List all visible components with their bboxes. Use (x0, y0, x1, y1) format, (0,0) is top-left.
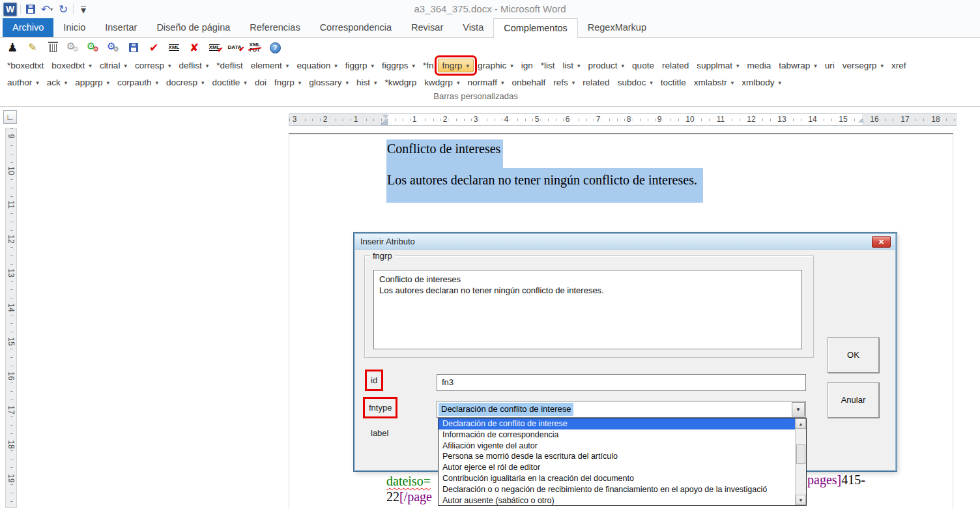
fntype-option[interactable]: Declaración o o negación de recibimiento… (439, 484, 806, 495)
toolbar-button-fngrp[interactable]: fngrp▾ (438, 59, 474, 72)
tab-revisar[interactable]: Revisar (401, 18, 453, 37)
tab-vista[interactable]: Vista (453, 18, 493, 37)
fntype-option[interactable]: Contribución igualitaria en la creación … (439, 473, 806, 484)
toolbar-button-fn[interactable]: *fn (419, 59, 438, 72)
toolbar-button-toctitle[interactable]: toctitle (657, 76, 690, 89)
toolbar-button-doctitle[interactable]: doctitle▾ (209, 76, 251, 89)
toolbar-button-docresp[interactable]: docresp▾ (162, 76, 209, 89)
xml-icon[interactable]: XML (167, 40, 181, 55)
toolbar-button-glossary[interactable]: glossary▾ (305, 76, 353, 89)
pencil-icon[interactable]: ✎ (25, 40, 40, 55)
toolbar-button-boxedtxt[interactable]: boxedtxt▾ (48, 59, 96, 72)
close-icon[interactable]: ✕ (872, 236, 891, 248)
gears-gray-icon[interactable]: ⚙⚙ (66, 40, 80, 55)
xml-check-icon[interactable]: XML✔ (207, 40, 222, 55)
ok-button[interactable]: OK (828, 337, 879, 373)
tab-complementos[interactable]: Complementos (493, 18, 578, 38)
word-logo[interactable]: W (3, 2, 17, 16)
fngrp-content-textarea[interactable]: Conflicto de interesesLos autores declar… (373, 270, 802, 349)
fntype-option[interactable]: Autor ejerce el ról de editor (439, 462, 806, 473)
toolbar-button-list[interactable]: *list (537, 59, 559, 72)
dialog-title-bar[interactable]: Inserir Atributo ✕ (355, 234, 895, 250)
toolbar-button-deflist[interactable]: *deflist (212, 59, 247, 72)
tab-regexmarkup[interactable]: RegexMarkup (578, 18, 656, 37)
toolbar-button-onbehalf[interactable]: onbehalf (508, 76, 549, 89)
toolbar-button-quote[interactable]: quote (628, 59, 658, 72)
toolbar-button-kwdgrp[interactable]: *kwdgrp (381, 76, 421, 89)
tab-insertar[interactable]: Insertar (95, 18, 147, 37)
toolbar-button-xmlabstr[interactable]: xmlabstr▾ (690, 76, 738, 89)
toolbar-button-figgrp[interactable]: figgrp▾ (341, 59, 378, 72)
xml-pdt-icon[interactable]: XMLPDT (248, 40, 262, 55)
gears-green-red-icon[interactable]: ⚙⚙ (86, 40, 100, 55)
toolbar-button-subdoc[interactable]: subdoc▾ (614, 76, 657, 89)
tab-inicio[interactable]: Inicio (53, 18, 95, 37)
tab-stop-selector[interactable]: ∟ (3, 110, 17, 124)
toolbar-button-versegrp[interactable]: versegrp▾ (839, 59, 887, 72)
tab-correspondencia[interactable]: Correspondencia (310, 18, 401, 37)
scroll-down-icon[interactable]: ▼ (796, 495, 806, 505)
delete-x-icon[interactable]: ✘ (187, 40, 201, 55)
toolbar-button-ign[interactable]: ign (517, 59, 537, 72)
tab-dise-o-de-p-gina[interactable]: Diseño de página (147, 18, 240, 37)
toolbar-button-product[interactable]: product▾ (584, 59, 629, 72)
toolbar-button-doi[interactable]: doi (251, 76, 270, 89)
scrollbar-thumb[interactable] (796, 444, 805, 464)
toolbar-button-normaff[interactable]: normaff▾ (463, 76, 508, 89)
toolbar-button-appgrp[interactable]: appgrp▾ (71, 76, 113, 89)
toolbar-button-graphic[interactable]: graphic▾ (474, 59, 517, 72)
toolbar-button-corpauth[interactable]: corpauth▾ (113, 76, 162, 89)
ruler-number: 19 (7, 473, 16, 484)
toolbar-button-kwdgrp[interactable]: kwdgrp▾ (420, 76, 463, 89)
tab-archivo[interactable]: Archivo (3, 18, 53, 37)
author-person-icon[interactable]: ♟ (5, 40, 20, 55)
chevron-down-icon[interactable]: ▼ (792, 402, 805, 416)
toolbar-button-list[interactable]: list▾ (559, 59, 584, 72)
redo-button[interactable]: ↻ (57, 2, 70, 16)
toolbar-button-figgrps[interactable]: figgrps▾ (378, 59, 419, 72)
toolbar-button-related[interactable]: related (658, 59, 693, 72)
toolbar-button-xmlbody[interactable]: xmlbody▾ (738, 76, 785, 89)
horizontal-ruler[interactable]: 321123456789101112131415161718 (289, 113, 957, 126)
save-export-icon[interactable] (126, 40, 141, 55)
data-check-icon[interactable]: DATA✔ (227, 40, 242, 55)
help-icon[interactable]: ? (268, 40, 282, 55)
toolbar-button-cltrial[interactable]: cltrial▾ (96, 59, 131, 72)
anular-button[interactable]: Anular (828, 382, 879, 418)
dropdown-scrollbar[interactable]: ▲ ▼ (795, 418, 806, 505)
toolbar-button-tabwrap[interactable]: tabwrap▾ (775, 59, 821, 72)
toolbar-button-media[interactable]: media (743, 59, 775, 72)
right-indent-marker[interactable] (858, 119, 865, 123)
toolbar-button-fngrp[interactable]: fngrp▾ (270, 76, 305, 89)
toolbar-button-related[interactable]: related (579, 76, 613, 89)
toolbar-button-equation[interactable]: equation▾ (293, 59, 341, 72)
gears-blue-icon[interactable]: ⚙⚙ (106, 40, 121, 55)
toolbar-button-author[interactable]: author▾ (3, 76, 43, 89)
toolbar-button-hist[interactable]: hist▾ (353, 76, 381, 89)
toolbar-button-ack[interactable]: ack▾ (43, 76, 72, 89)
fntype-combobox[interactable]: Declaración de conflito de interese ▼ (437, 401, 806, 418)
left-indent-marker[interactable] (381, 123, 388, 125)
vertical-ruler[interactable]: 910111213141516171819 (5, 128, 17, 508)
fntype-option[interactable]: Persona se morrió desde la escritura del… (439, 451, 806, 462)
toolbar-button-deflist[interactable]: deflist▾ (175, 59, 212, 72)
toolbar-button-xref[interactable]: xref (887, 59, 910, 72)
fntype-option[interactable]: Información de correspondencia (439, 429, 806, 441)
toolbar-button-supplmat[interactable]: supplmat▾ (693, 59, 743, 72)
undo-button[interactable]: ↶▾ (40, 2, 53, 16)
id-input[interactable]: fn3 (437, 374, 806, 391)
tab-referencias[interactable]: Referencias (240, 18, 310, 37)
toolbar-button-boxedtxt[interactable]: *boxedtxt (3, 59, 48, 72)
trash-icon[interactable] (46, 40, 60, 55)
save-button[interactable] (24, 2, 37, 16)
toolbar-button-refs[interactable]: refs▾ (549, 76, 579, 89)
customize-quick-access-button[interactable]: ▾ (77, 2, 90, 16)
toolbar-button-element[interactable]: element▾ (247, 59, 293, 72)
fntype-option[interactable]: Declaración de conflito de interese (439, 418, 806, 429)
toolbar-button-corresp[interactable]: corresp▾ (131, 59, 175, 72)
validate-check-icon[interactable]: ✔ (147, 40, 161, 55)
toolbar-button-uri[interactable]: uri (821, 59, 839, 72)
fntype-option[interactable]: Afiliación vigente del autor (439, 441, 806, 452)
fntype-option[interactable]: Autor ausente (sabático o otro) (439, 495, 806, 506)
scroll-up-icon[interactable]: ▲ (796, 418, 806, 429)
